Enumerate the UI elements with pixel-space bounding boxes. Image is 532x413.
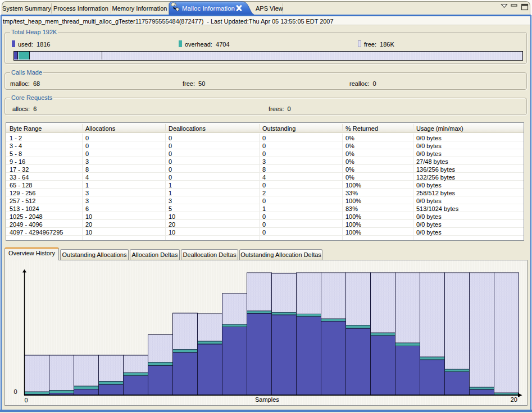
svg-text:Malloc Information: Malloc Information	[182, 5, 235, 12]
svg-text:0: 0	[25, 397, 28, 403]
svg-text:20: 20	[511, 396, 517, 403]
svg-text:Samples: Samples	[255, 396, 279, 403]
svg-text:0: 0	[14, 388, 17, 395]
